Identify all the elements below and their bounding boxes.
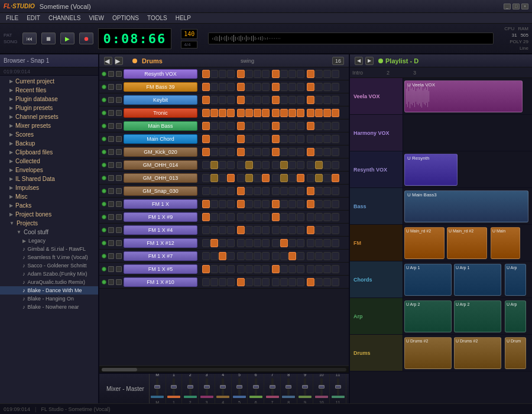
step[interactable] [297,174,304,182]
step[interactable] [332,213,339,221]
step[interactable] [254,252,261,260]
browser-item-scores[interactable]: ▶ Scores [0,130,98,139]
step[interactable] [210,239,218,247]
mixer-channel-3[interactable]: 2 2 [182,373,199,403]
step[interactable] [202,83,210,91]
maximize-button[interactable]: □ [512,4,520,9]
channel-name-btn[interactable]: Tronic [124,108,197,118]
step[interactable] [219,200,226,208]
channel-name-btn[interactable]: FM 1 X #9 [124,212,197,222]
channel-solo-btn[interactable] [116,97,122,103]
window-controls[interactable]: _ □ × [504,4,528,9]
step[interactable] [297,200,304,208]
step[interactable] [297,96,304,104]
step[interactable] [210,278,218,286]
step[interactable] [210,252,218,260]
browser-item-collected[interactable]: ▶ Collected [0,157,98,166]
browser-item-impulses[interactable]: ▶ Impulses [0,183,98,192]
track-block[interactable]: U Veela VOX [404,80,523,112]
track-block-fm1[interactable]: U Main_rd #2 [404,227,445,259]
step[interactable] [272,70,280,78]
fader-handle[interactable] [171,385,177,389]
channel-solo-btn[interactable] [116,214,122,220]
step[interactable] [227,148,235,156]
step[interactable] [254,239,261,247]
step[interactable] [219,174,226,182]
scrollbar-thumb[interactable] [102,368,137,371]
browser-item-sacco[interactable]: ♪ Sacco - Goldener Schnitt [0,261,98,270]
channel-name-btn[interactable]: Main Bass [124,121,197,131]
step[interactable] [332,265,339,273]
step[interactable] [315,265,323,273]
step[interactable] [323,174,331,182]
menu-tools[interactable]: TOOLS [144,14,171,22]
step[interactable] [272,213,280,221]
channel-active-dot[interactable] [102,98,106,102]
step[interactable] [280,148,288,156]
step[interactable] [332,135,339,143]
step[interactable] [272,278,280,286]
step[interactable] [254,135,261,143]
step[interactable] [332,148,339,156]
step[interactable] [288,135,296,143]
step[interactable] [272,226,280,234]
step[interactable] [288,252,296,260]
channel-active-dot[interactable] [102,163,106,167]
mixer-channel-1[interactable]: M M [150,373,166,403]
step[interactable] [323,213,331,221]
channel-solo-btn[interactable] [116,71,122,77]
step[interactable] [202,122,210,130]
step[interactable] [307,187,314,195]
channel-name-btn[interactable]: FM 1 X #12 [124,238,197,248]
channel-solo-btn[interactable] [116,123,122,129]
step[interactable] [245,239,253,247]
step[interactable] [262,252,270,260]
fader-handle[interactable] [319,385,325,389]
step[interactable] [307,122,314,130]
channel-name-btn[interactable]: FM 1 X #7 [124,251,197,261]
fader-handle[interactable] [335,385,341,389]
step[interactable] [332,278,339,286]
step[interactable] [297,187,304,195]
step[interactable] [202,200,210,208]
browser-item-packs[interactable]: ▶ Packs [0,201,98,210]
step[interactable] [227,83,235,91]
browser-item-current-project[interactable]: ▶ Current project [0,77,98,86]
step[interactable] [237,70,245,78]
step[interactable] [332,174,339,182]
step[interactable] [245,83,253,91]
step[interactable] [237,265,245,273]
step[interactable] [254,265,261,273]
step[interactable] [297,148,304,156]
track-block-fm3[interactable]: U Main [491,227,520,259]
channel-solo-btn[interactable] [116,253,122,259]
step[interactable] [323,252,331,260]
step[interactable] [262,135,270,143]
channel-mute-btn[interactable] [108,149,114,155]
browser-item-seamless[interactable]: ♪ Seamless ft V.ime (Vocal) [0,253,98,261]
track-block-drums2[interactable]: U Drums #2 [454,337,501,369]
step[interactable] [307,135,314,143]
step[interactable] [307,239,314,247]
step[interactable] [237,96,245,104]
step[interactable] [323,265,331,273]
step[interactable] [280,265,288,273]
menu-help[interactable]: HELP [172,14,194,22]
browser-item-envelopes[interactable]: ▶ Envelopes [0,166,98,174]
step[interactable] [332,226,339,234]
channel-mute-btn[interactable] [108,266,114,272]
step[interactable] [315,239,323,247]
step[interactable] [280,187,288,195]
channel-name-btn[interactable]: Keybit [124,95,197,105]
mixer-channel-9[interactable]: 8 8 [281,373,297,403]
step[interactable] [219,122,226,130]
channel-name-btn[interactable]: FM 1 X [124,199,197,209]
channel-name-btn[interactable]: Resynth VOX [124,69,197,79]
step[interactable] [210,83,218,91]
step[interactable] [210,187,218,195]
step[interactable] [245,200,253,208]
record-button[interactable]: ⏺ [79,33,93,44]
step[interactable] [323,70,331,78]
step[interactable] [245,187,253,195]
channel-solo-btn[interactable] [116,175,122,181]
